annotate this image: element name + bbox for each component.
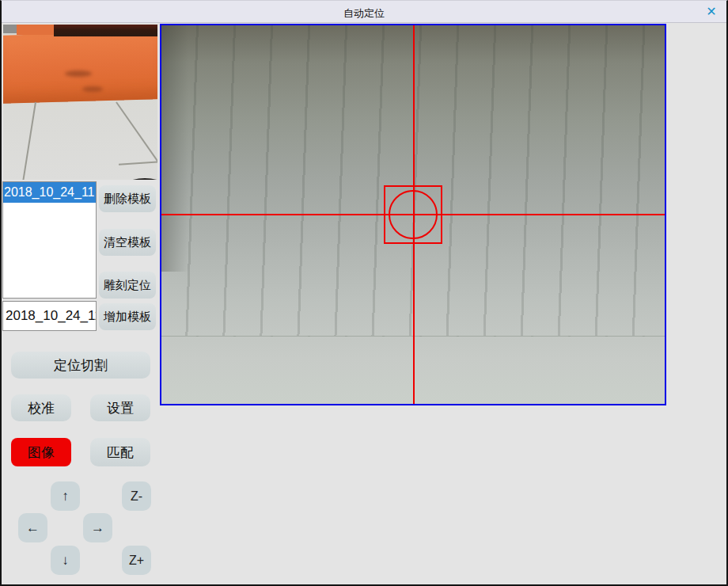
z-plus-button[interactable]: Z+ (122, 546, 151, 575)
titlebar: 自动定位 ✕ (2, 1, 726, 23)
target-circle (389, 190, 438, 239)
jog-down-button[interactable]: ↓ (51, 546, 80, 575)
up-arrow-icon: ↑ (62, 489, 69, 504)
auto-position-window: 自动定位 ✕ 2018_10_24_11 删除模板 清空模板 雕刻定位 增加模板… (0, 0, 728, 586)
jog-right-button[interactable]: → (83, 513, 112, 542)
thumbnail-smudge-shape (82, 86, 103, 92)
template-list[interactable]: 2018_10_24_11 (2, 181, 97, 299)
match-button[interactable]: 匹配 (90, 438, 150, 466)
thumbnail-smudge-shape (65, 70, 92, 77)
clear-templates-button[interactable]: 清空模板 (99, 229, 156, 256)
close-icon[interactable]: ✕ (703, 4, 720, 20)
down-arrow-icon: ↓ (62, 553, 69, 569)
thumbnail-tile-line-shape (18, 102, 36, 180)
right-arrow-icon: → (91, 520, 104, 536)
jog-up-button[interactable]: ↑ (51, 481, 80, 511)
thumbnail-grey-patch-shape (3, 25, 17, 33)
thumbnail-dark-strip-shape (54, 25, 157, 36)
camera-view[interactable] (160, 24, 666, 405)
window-title: 自动定位 (2, 6, 726, 21)
calibrate-button[interactable]: 校准 (11, 394, 71, 421)
thumbnail-dark-object-shape (112, 178, 157, 180)
template-name-input[interactable] (2, 301, 97, 331)
z-plus-label: Z+ (129, 554, 144, 568)
add-template-button[interactable]: 增加模板 (99, 303, 156, 330)
template-thumbnail (3, 25, 157, 180)
engrave-position-button[interactable]: 雕刻定位 (99, 272, 156, 299)
thumbnail-tile-line-shape (119, 161, 157, 166)
settings-button[interactable]: 设置 (90, 394, 150, 421)
template-list-item-selected[interactable]: 2018_10_24_11 (3, 182, 96, 203)
left-arrow-icon: ← (26, 520, 40, 536)
jog-left-button[interactable]: ← (18, 513, 47, 542)
thumbnail-tile-line-shape (116, 101, 157, 166)
camera-vignette (161, 25, 188, 272)
image-button[interactable]: 图像 (11, 438, 71, 466)
thumbnail-orange-surface-shape (3, 31, 157, 104)
thumbnail-orange-top-shape (17, 25, 55, 35)
z-minus-button[interactable]: Z- (122, 481, 151, 511)
position-cut-button[interactable]: 定位切割 (11, 352, 150, 379)
z-minus-label: Z- (131, 489, 142, 504)
delete-template-button[interactable]: 删除模板 (99, 185, 156, 212)
